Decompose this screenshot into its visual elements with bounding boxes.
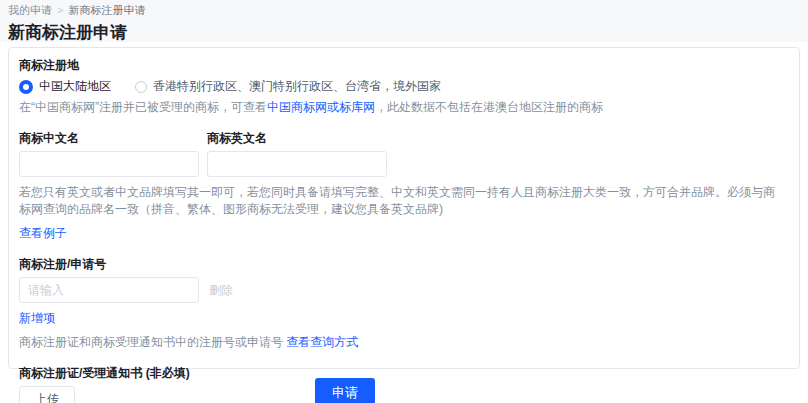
reg-number-label: 商标注册/申请号: [19, 256, 783, 272]
en-name-field: 商标英文名: [207, 130, 387, 177]
en-name-input[interactable]: [207, 151, 387, 177]
form-card: 商标注册地 中国大陆地区 香港特别行政区、澳门特别行政区、台湾省，境外国家 在“…: [8, 47, 800, 369]
reg-number-note-text: 商标注册证和商标受理通知书中的注册号或申请号: [19, 335, 283, 349]
radio-mainland-label: 中国大陆地区: [39, 78, 111, 95]
en-name-label: 商标英文名: [207, 130, 387, 146]
brand-names-note: 若您只有英文或者中文品牌填写其一即可，若您同时具备请填写完整、中文和英文需同一持…: [19, 184, 783, 218]
cn-name-label: 商标中文名: [19, 130, 199, 146]
form-footer: 申请: [0, 378, 690, 403]
region-note-prefix: 在“中国商标网”注册并已被受理的商标，可查看: [19, 100, 267, 114]
radio-unselected-icon[interactable]: [135, 81, 147, 93]
region-note-suffix: ，此处数据不包括在港澳台地区注册的商标: [375, 100, 603, 114]
upload-button[interactable]: 上传: [19, 386, 75, 403]
section-reg-number: 商标注册/申请号 删除 新增项 商标注册证和商标受理通知书中的注册号或申请号 查…: [19, 256, 783, 351]
region-label: 商标注册地: [19, 57, 783, 73]
breadcrumb: 我的申请>新商标注册申请: [8, 3, 800, 17]
region-note: 在“中国商标网”注册并已被受理的商标，可查看中国商标网或标库网，此处数据不包括在…: [19, 99, 783, 116]
submit-application-button[interactable]: 申请: [315, 378, 375, 403]
section-region: 商标注册地 中国大陆地区 香港特别行政区、澳门特别行政区、台湾省，境外国家 在“…: [19, 57, 783, 116]
cn-name-field: 商标中文名: [19, 130, 199, 177]
breadcrumb-my-applications[interactable]: 我的申请: [8, 4, 52, 16]
cn-name-input[interactable]: [19, 151, 199, 177]
reg-number-note: 商标注册证和商标受理通知书中的注册号或申请号 查看查询方式: [19, 334, 783, 351]
radio-hk-mo-tw-overseas[interactable]: 香港特别行政区、澳门特别行政区、台湾省，境外国家: [135, 78, 441, 95]
page-header: 我的申请>新商标注册申请 新商标注册申请: [0, 0, 808, 42]
add-item-link[interactable]: 新增项: [19, 311, 55, 325]
view-example-link[interactable]: 查看例子: [19, 226, 67, 240]
radio-mainland-china[interactable]: 中国大陆地区: [19, 78, 111, 95]
page-title: 新商标注册申请: [8, 22, 800, 44]
region-radio-group: 中国大陆地区 香港特别行政区、澳门特别行政区、台湾省，境外国家: [19, 78, 783, 95]
radio-hk-label: 香港特别行政区、澳门特别行政区、台湾省，境外国家: [153, 78, 441, 95]
query-method-link[interactable]: 查看查询方式: [286, 335, 358, 349]
radio-selected-icon[interactable]: [19, 80, 33, 94]
trademark-site-link[interactable]: 中国商标网或标库网: [267, 100, 375, 114]
breadcrumb-current: 新商标注册申请: [68, 4, 145, 16]
breadcrumb-separator: >: [57, 4, 63, 16]
delete-item-button[interactable]: 删除: [209, 282, 233, 299]
section-brand-names: 商标中文名 商标英文名 若您只有英文或者中文品牌填写其一即可，若您同时具备请填写…: [19, 130, 783, 242]
reg-number-input[interactable]: [19, 277, 199, 303]
